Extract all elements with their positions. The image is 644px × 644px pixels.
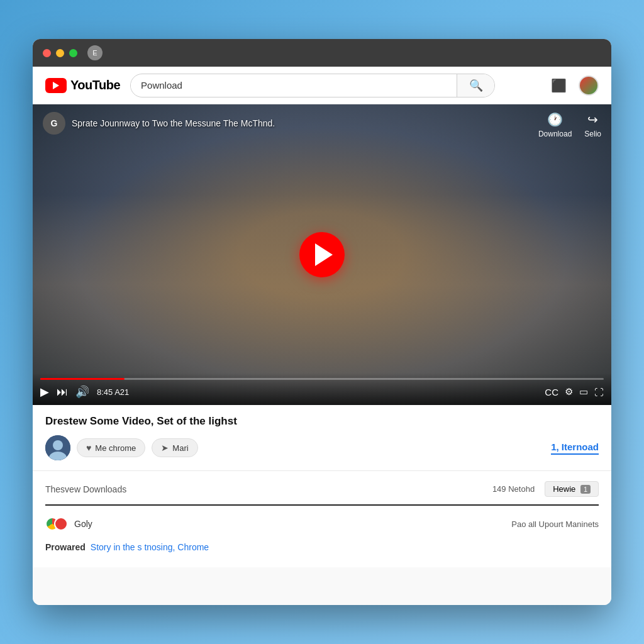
close-button[interactable] bbox=[43, 49, 51, 57]
hewie-label: Hewie bbox=[553, 484, 575, 494]
downloads-title: Thesvew Downloads bbox=[45, 484, 492, 494]
chrome-icon-2 bbox=[54, 517, 68, 531]
youtube-header: YouTube 🔍 ⬛ bbox=[33, 67, 611, 104]
heart-icon: ♥ bbox=[86, 443, 91, 453]
search-input[interactable] bbox=[131, 80, 457, 91]
pao-text: Pao all Upourt Maninets bbox=[511, 519, 599, 529]
svg-point-1 bbox=[53, 440, 63, 450]
prowared-label: Prowared bbox=[45, 542, 86, 552]
video-info-section: Drestew Some Video, Set of the lighst ♥ … bbox=[33, 405, 611, 471]
mari-label: Mari bbox=[172, 443, 188, 453]
video-main-title: Drestew Some Video, Set of the lighst bbox=[45, 415, 599, 428]
title-bar: E bbox=[33, 39, 611, 67]
video-player: G Sprate Jounnway to Two the Messune The… bbox=[33, 104, 611, 405]
search-bar: 🔍 bbox=[130, 74, 495, 97]
channel-avatar-overlay: G bbox=[43, 112, 65, 135]
time-display: 8:45 A21 bbox=[97, 387, 129, 397]
share-icon: ↪ bbox=[587, 112, 598, 127]
download-count: 1, Iternoad bbox=[551, 441, 599, 455]
controls-right: CC ⚙ ▭ ⛶ bbox=[545, 386, 604, 397]
volume-button[interactable]: 🔊 bbox=[75, 385, 89, 399]
share-icon: ➤ bbox=[161, 443, 169, 453]
download-action-label: Download bbox=[538, 130, 572, 138]
yt-logo[interactable]: YouTube bbox=[45, 78, 120, 93]
video-top-actions: 🕐 Download ↪ Selio bbox=[538, 112, 601, 138]
fullscreen-button[interactable]: ⛶ bbox=[594, 387, 604, 397]
selio-action-label: Selio bbox=[584, 130, 601, 138]
yt-logo-text: YouTube bbox=[70, 78, 120, 92]
video-controls: ▶ ⏭ 🔊 8:45 A21 CC ⚙ ▭ ⛶ bbox=[33, 373, 611, 405]
method-text: 149 Netohd bbox=[492, 484, 535, 494]
controls-row: ▶ ⏭ 🔊 8:45 A21 CC ⚙ ▭ ⛶ bbox=[40, 385, 604, 399]
channel-avatar-sm[interactable] bbox=[45, 435, 70, 460]
play-icon bbox=[315, 243, 333, 266]
prowared-link[interactable]: Story in the s tnosing, Chrome bbox=[91, 542, 209, 552]
settings-button[interactable]: ⚙ bbox=[565, 386, 573, 397]
play-button[interactable] bbox=[299, 232, 345, 277]
me-chrome-label: Me chrome bbox=[95, 443, 136, 453]
chrome-row: Goly Pao all Upourt Maninets bbox=[45, 511, 599, 537]
next-button[interactable]: ⏭ bbox=[57, 386, 68, 399]
download-action-btn[interactable]: 🕐 Download bbox=[538, 112, 572, 138]
goly-text: Goly bbox=[74, 519, 92, 529]
theater-button[interactable]: ▭ bbox=[579, 386, 588, 397]
header-icons: ⬛ bbox=[547, 74, 599, 97]
play-pause-button[interactable]: ▶ bbox=[40, 385, 49, 399]
minimize-button[interactable] bbox=[56, 49, 64, 57]
downloads-controls: 149 Netohd Hewie 1 bbox=[492, 481, 599, 497]
download-icon: 🕐 bbox=[547, 112, 563, 127]
video-title-overlay: Sprate Jounnway to Two the Messune The M… bbox=[72, 118, 275, 128]
channel-info-overlay: G Sprate Jounnway to Two the Messune The… bbox=[43, 112, 275, 135]
chrome-icons bbox=[45, 517, 68, 531]
browser-window: E YouTube 🔍 ⬛ G Sprate Jounnway bbox=[33, 39, 611, 605]
progress-bar[interactable] bbox=[40, 378, 604, 380]
yt-logo-icon bbox=[45, 78, 67, 93]
mari-button[interactable]: ➤ Mari bbox=[152, 438, 197, 457]
downloads-section: Thesvew Downloads 149 Netohd Hewie 1 Gol… bbox=[33, 471, 611, 567]
progress-fill bbox=[40, 378, 125, 380]
divider-line bbox=[45, 504, 599, 506]
selio-action-btn[interactable]: ↪ Selio bbox=[584, 112, 601, 138]
video-overlay-top: G Sprate Jounnway to Two the Messune The… bbox=[33, 104, 611, 146]
hewie-count: 1 bbox=[580, 485, 591, 494]
downloads-header: Thesvew Downloads 149 Netohd Hewie 1 bbox=[45, 481, 599, 497]
captions-button[interactable]: CC bbox=[545, 387, 558, 397]
cast-icon[interactable]: ⬛ bbox=[547, 74, 570, 97]
hewie-button[interactable]: Hewie 1 bbox=[545, 481, 599, 497]
prowared-row: Prowared Story in the s tnosing, Chrome bbox=[45, 537, 599, 557]
me-chrome-button[interactable]: ♥ Me chrome bbox=[77, 438, 145, 457]
search-button[interactable]: 🔍 bbox=[457, 74, 494, 97]
user-avatar-title: E bbox=[87, 45, 103, 60]
maximize-button[interactable] bbox=[69, 49, 77, 57]
video-actions-row: ♥ Me chrome ➤ Mari 1, Iternoad bbox=[45, 435, 599, 460]
content-area: G Sprate Jounnway to Two the Messune The… bbox=[33, 104, 611, 605]
user-avatar[interactable] bbox=[579, 75, 599, 96]
